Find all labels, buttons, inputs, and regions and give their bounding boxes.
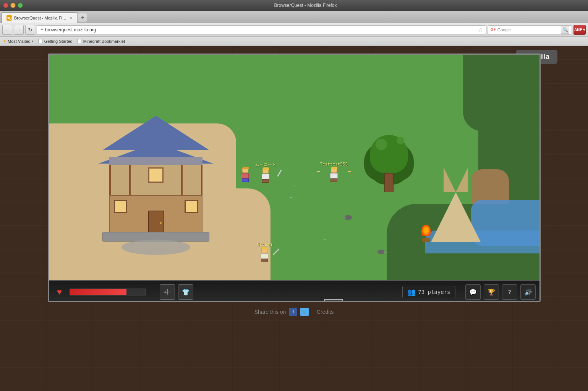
maximize-button[interactable] (18, 3, 23, 8)
fire-base (422, 238, 430, 242)
player-head-nitesh (261, 248, 267, 253)
player-sprite (240, 167, 251, 183)
adblock-button[interactable]: ABP ▾ (573, 25, 586, 35)
player-moonito-companion (240, 167, 251, 183)
achievements-button[interactable]: 🏆 (484, 284, 499, 300)
getting-started-label: Getting Started (44, 39, 73, 44)
sparkle-2: ✦ (324, 238, 326, 241)
players-icon: 👥 (407, 288, 416, 296)
chat-button[interactable]: 💬 (465, 284, 481, 300)
minecraft-bookmarklet[interactable]: Minecraft Bookmarklet (77, 39, 125, 44)
rat-1 (345, 215, 352, 220)
tab-browserquest[interactable]: BQ BrowserQuest - Mozilla Firefox × (2, 12, 77, 23)
back-button[interactable]: ← (2, 25, 12, 35)
search-provider-icon: G+ (491, 28, 496, 32)
player-sprite-nitesh (259, 248, 270, 263)
url-bar[interactable]: ✦ browserquest.mozilla.org ☆ (37, 25, 486, 34)
players-count-text: 73 players (418, 289, 450, 295)
rat-2 (377, 250, 384, 254)
player-sprite-testtest (329, 167, 339, 183)
footer-dash: - (312, 309, 314, 315)
tree-highlight (376, 139, 387, 150)
tab-label: BrowserQuest - Mozilla Firefox (14, 16, 68, 20)
health-fill (70, 289, 127, 295)
house-beam-left (109, 165, 111, 195)
search-icon: 🔍 (562, 27, 568, 32)
house-upper-window (148, 167, 164, 183)
tab-close-icon[interactable]: × (70, 16, 72, 20)
adblock-label: ABP (574, 28, 582, 32)
armor-icon: 👕 (182, 289, 190, 296)
house (102, 116, 209, 238)
player-legs (242, 178, 249, 182)
tree-trunk (384, 173, 394, 192)
house-beam-right (201, 165, 202, 195)
player-sprite-moonito (260, 168, 271, 183)
tent-flap-right (444, 167, 456, 192)
tab-favicon: BQ (6, 15, 12, 21)
hud-heart-icon: ♥ (53, 285, 66, 299)
selection-rectangle (324, 299, 343, 302)
game-container[interactable]: ✦ ✦ ✦ ✦ ✦ ✦ ムーニート (48, 54, 541, 302)
tree-highlight2 (397, 137, 404, 144)
most-visited-bookmark[interactable]: ★ Most Visited ▾ (3, 39, 34, 44)
nitesh-sword (273, 248, 280, 255)
player-testtest555-name: Testtest555 (320, 162, 348, 167)
close-button[interactable] (3, 3, 8, 8)
trophy-icon: 🏆 (488, 289, 495, 296)
health-bar (70, 289, 146, 295)
house-door (148, 211, 164, 234)
game-scene[interactable]: ✦ ✦ ✦ ✦ ✦ ✦ ムーニート (49, 55, 539, 280)
url-text: browserquest.mozilla.org (45, 27, 96, 32)
player-arm-left (317, 171, 320, 172)
player-nitesh: Nitesh (257, 242, 272, 263)
search-input[interactable]: Google (497, 28, 559, 32)
minecraft-checkbox (77, 39, 81, 43)
search-go-button[interactable]: 🔍 (561, 26, 569, 34)
tree-canopy (370, 135, 408, 173)
house-lower-window-right (185, 200, 198, 213)
weapon-slot-button[interactable]: ⚔ (160, 284, 175, 300)
new-tab-button[interactable]: + (78, 13, 87, 22)
player-body (242, 173, 249, 178)
credits-link[interactable]: Credits (317, 309, 334, 315)
refresh-button[interactable]: ↻ (25, 25, 35, 35)
player-moonito-name: ムーニート (255, 162, 276, 167)
help-icon: ? (508, 289, 511, 295)
player-moonito: ムーニート (255, 162, 276, 183)
tent-flap-left (456, 167, 468, 192)
search-bar[interactable]: G+ Google 🔍 (488, 25, 572, 34)
player-legs-nitesh (261, 259, 268, 262)
window-controls[interactable] (3, 3, 23, 8)
getting-started-checkbox (38, 39, 42, 43)
chat-icon: 💬 (469, 289, 477, 296)
armor-slot-button[interactable]: 👕 (178, 284, 193, 300)
minecraft-label: Minecraft Bookmarklet (83, 39, 125, 44)
player-hair-testtest (331, 167, 337, 169)
facebook-icon: f (292, 309, 294, 315)
sparkle-1: ✦ (290, 196, 292, 200)
minimize-button[interactable] (10, 3, 16, 8)
sound-button[interactable]: 🔊 (520, 284, 536, 300)
help-button[interactable]: ? (502, 284, 517, 300)
campfire (421, 227, 431, 242)
getting-started-bookmark[interactable]: Getting Started (38, 39, 73, 44)
footer-share-row: Share this on f 🐦 - Credits (254, 308, 334, 316)
navigation-bar: ← → ↻ ✦ browserquest.mozilla.org ☆ G+ Go… (0, 23, 588, 37)
bookmark-star-icon[interactable]: ☆ (478, 27, 483, 33)
bookmark-star-icon: ★ (3, 39, 6, 43)
title-bar: BrowserQuest - Mozilla Firefox (0, 0, 588, 11)
sound-icon: 🔊 (524, 289, 532, 296)
player-head-testtest (331, 167, 337, 173)
twitter-share-button[interactable]: 🐦 (300, 308, 309, 316)
house-stone-path (121, 240, 190, 255)
player-hair (243, 167, 249, 169)
player-head-moonito (262, 168, 269, 174)
facebook-share-button[interactable]: f (289, 308, 297, 316)
house-lower-window-left (114, 200, 127, 213)
house-beam-center-right (181, 165, 183, 195)
forward-icon: → (16, 27, 21, 33)
player-body-nitesh (261, 253, 268, 259)
tent-shape (431, 192, 481, 242)
forward-button[interactable]: → (14, 25, 24, 35)
